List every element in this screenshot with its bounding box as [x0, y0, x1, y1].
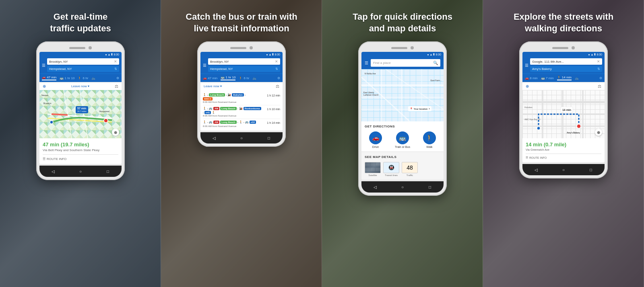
route-info-link-traffic[interactable]: ☰ ROUTE INFO [43, 154, 118, 161]
tag-am-r2: AM [213, 107, 219, 110]
tab-bike-traffic[interactable]: 🚲 [91, 76, 95, 80]
tag-babylon-r1: Babylon [232, 93, 244, 96]
dir-btn-walk[interactable]: 🚶 Walk [423, 131, 436, 148]
hamburger-icon-walk[interactable]: ☰ [525, 63, 528, 68]
find-input[interactable]: Find a place 🔍 [371, 59, 440, 67]
satellite-label: Satellite [368, 174, 377, 176]
tab-walk-active[interactable]: 🚶 14 min [557, 76, 572, 80]
to-input-traffic[interactable]: Hempstead, NY ⇅ [47, 66, 119, 72]
arrow-r3b: › [237, 121, 238, 123]
wifi-icon: ● [105, 53, 107, 56]
close-from-transit[interactable]: ✕ [275, 59, 278, 64]
map-svg-walk: 14 min AMC Kips Bay 15 Hoboken Amy's Bak… [522, 90, 605, 138]
tab-walk-traffic[interactable]: 🚶 6 hr [78, 76, 88, 80]
hamburger-icon-traffic[interactable]: ☰ [42, 63, 45, 68]
tab-drive-traffic[interactable]: 🚗 47 min [42, 76, 56, 80]
nav-recent-traffic[interactable]: □ [105, 168, 111, 174]
map-detail-transit[interactable]: 🚇 Transit lines [383, 162, 399, 176]
to-input-walk[interactable]: Amy's Bakery ⇅ [530, 66, 602, 72]
speed-bubble-traffic: 57 min24.7 miles [76, 106, 88, 113]
close-from-traffic[interactable]: ✕ [114, 59, 117, 64]
battery-icon-dir: ▮ [433, 53, 435, 56]
nav-recent-transit[interactable]: □ [266, 135, 272, 141]
route-via-traffic: Via Belt Pkwy and Southern State Pkwy [43, 148, 118, 152]
tab-bike-transit[interactable]: 🚲 [252, 76, 256, 80]
add-icon-walk[interactable]: ⊕ [526, 84, 529, 88]
panel-content-transit: Catch the bus or train withlive transit … [161, 0, 322, 287]
find-search-bar: ☰ Find a place 🔍 [361, 57, 444, 69]
tab-drive-transit[interactable]: 🚗 47 min [203, 76, 217, 80]
bus-icon-r3: 🚌 [209, 121, 213, 124]
svg-line-14 [386, 69, 444, 109]
walk-route-link[interactable]: ☰ ROUTE INFO [526, 154, 601, 159]
time-walk: 8:00 [597, 53, 602, 56]
hamburger-icon-transit[interactable]: ☰ [203, 63, 206, 68]
from-text-traffic: Brooklyn, NY [49, 60, 68, 64]
walk-distance: 14 min (0.7 mile) [526, 141, 601, 148]
phone-top-transit [200, 46, 283, 49]
nav-home-walk[interactable]: ○ [560, 166, 567, 173]
route-options-icon-walk[interactable]: ⚖ [598, 84, 601, 88]
screen-traffic: ● ▲ ▮ 8:00 ☰ Brooklyn, NY ✕ [39, 52, 122, 164]
from-input-walk[interactable]: Google, 111 8th Ave... ✕ [530, 58, 602, 65]
time-transit: 8:00 [275, 53, 280, 56]
from-input-transit[interactable]: Brooklyn, NY ✕ [208, 58, 280, 65]
to-input-transit[interactable]: Hempstead, NY ⇅ [208, 66, 280, 72]
train-icon-r2: 🚂 [239, 107, 243, 110]
add-icon-traffic[interactable]: ⊕ [43, 84, 46, 88]
transit-route-3[interactable]: 🚶 › 🚌 AM Long Beach › 🚶 › 🚌 n32 [203, 119, 280, 129]
nav-back-traffic[interactable]: ◁ [50, 168, 56, 174]
map-traffic: Newark Brooklyn Hempstead 57 min24.7 mil… [39, 90, 122, 138]
phone-top-walking [522, 46, 605, 49]
dir-btn-transit[interactable]: 🚌 Train or Bus [395, 131, 410, 148]
close-from-walk[interactable]: ✕ [597, 59, 600, 64]
leave-now-text-transit[interactable]: Leave now ▾ [204, 84, 222, 88]
route-options-icon-traffic[interactable]: ⚖ [115, 84, 118, 88]
tab-bike-walk[interactable]: 🚲 [575, 76, 579, 80]
transit-route-2[interactable]: 🚶 › 🚌 AM Long Beach › 🚂 Ronkonkoma 1 h [203, 105, 280, 119]
status-icons-directions: ● ▲ ▮ 8:00 [427, 53, 441, 56]
status-icons-traffic: ● ▲ ▮ 8:00 [105, 53, 119, 56]
swap-icon-walk[interactable]: ⇅ [597, 67, 600, 71]
walk-via: Via Greenwich Ave [526, 148, 601, 151]
swap-icon-transit[interactable]: ⇅ [275, 67, 278, 71]
dir-btn-drive[interactable]: 🚗 Drive [369, 131, 382, 148]
swap-icon-traffic[interactable]: ⇅ [114, 67, 117, 71]
svg-line-3 [80, 90, 88, 138]
nav-back-dir[interactable]: ◁ [372, 184, 378, 190]
from-input-traffic[interactable]: Brooklyn, NY ✕ [47, 58, 119, 65]
tab-walk-transit[interactable]: 🚶 6 hr [239, 76, 249, 80]
nav-recent-dir[interactable]: □ [427, 184, 433, 190]
list-icon-walk: ☰ [526, 156, 528, 159]
filter-icon-transit[interactable]: ⚙ [277, 76, 280, 80]
map-label-farm: East Farm... [431, 79, 442, 82]
nav-back-transit[interactable]: ◁ [211, 135, 217, 141]
tab-transit-active[interactable]: 🚌 1 hr 10 [221, 76, 235, 80]
hamburger-icon-dir[interactable]: ☰ [365, 61, 368, 65]
tab-transit-walk[interactable]: 🚌 7 min [541, 76, 554, 80]
nav-home-dir[interactable]: ○ [399, 184, 406, 190]
map-detail-satellite[interactable]: Satellite [365, 162, 381, 176]
battery-icon-transit: ▮ [272, 53, 274, 56]
tag-longbeach-r1: Long Beach [209, 93, 225, 96]
leave-now-text-traffic[interactable]: Leave now ▾ [71, 84, 89, 88]
tab-transit-traffic[interactable]: 🚌 1 hr 10 [60, 76, 74, 80]
route-options-icon-transit[interactable]: ⚖ [276, 84, 279, 88]
nav-recent-walk[interactable]: □ [588, 166, 594, 173]
nav-back-walk[interactable]: ◁ [533, 166, 539, 173]
map-label-brooklyn: Brooklyn [43, 102, 51, 105]
walk-icon-r1: 🚶 [203, 93, 206, 96]
filter-icon-traffic[interactable]: ⚙ [116, 76, 119, 80]
map-detail-items: Satellite 🚇 Transit lines 48 [365, 162, 440, 176]
tag-n41: n41 [204, 111, 211, 114]
tag-longbeach-r3: Long Beach [220, 121, 236, 124]
filter-icon-walk[interactable]: ⚙ [599, 76, 602, 80]
find-placeholder: Find a place [373, 61, 391, 65]
nav-home-traffic[interactable]: ○ [77, 168, 84, 174]
map-detail-traffic[interactable]: 48 Traffic [402, 162, 418, 176]
location-expand-btn[interactable]: › [429, 107, 430, 111]
nav-home-transit[interactable]: ○ [238, 135, 245, 141]
search-icon-dir[interactable]: 🔍 [433, 61, 438, 65]
tab-drive-walk[interactable]: 🚗 8 min [525, 76, 538, 80]
transit-route-1[interactable]: 🚶 › Long Beach › 🚂 Babylon › 1 h 12 min [203, 92, 280, 105]
